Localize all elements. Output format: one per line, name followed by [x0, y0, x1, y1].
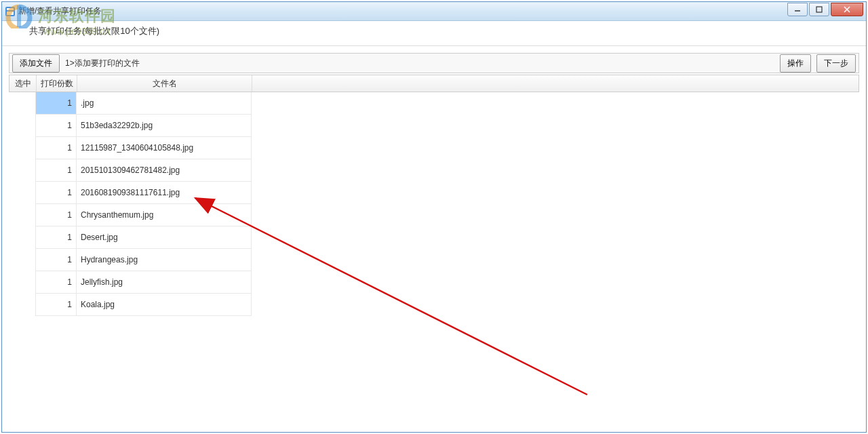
table-row[interactable]: 112115987_1340604105848.jpg	[9, 137, 859, 159]
toolbar: 添加文件 1>添加要打印的文件 操作 下一步	[9, 53, 859, 73]
toolbar-hint: 1>添加要打印的文件	[65, 58, 140, 69]
cell-filename[interactable]: 2016081909381117611.jpg	[77, 182, 252, 204]
next-button[interactable]: 下一步	[816, 54, 856, 73]
cell-copies[interactable]: 1	[36, 92, 77, 115]
cell-selected[interactable]	[9, 204, 36, 226]
cell-copies[interactable]: 1	[36, 137, 77, 159]
table-row[interactable]: 1Chrysanthemum.jpg	[9, 204, 859, 226]
app-window: 新增/查看共享打印任务 共享打印任务(每批次限10个文件) 添加文件 1>添加要…	[1, 1, 867, 433]
content-area: 添加文件 1>添加要打印的文件 操作 下一步 选中 打印份数 文件名 1.jpg…	[2, 46, 866, 432]
table-body: 1.jpg151b3eda32292b.jpg112115987_1340604…	[9, 92, 859, 425]
table-row[interactable]: 1Hydrangeas.jpg	[9, 249, 859, 271]
cell-copies[interactable]: 1	[36, 249, 77, 271]
window-controls	[786, 3, 863, 16]
table-row[interactable]: 151b3eda32292b.jpg	[9, 115, 859, 137]
app-icon	[5, 6, 16, 17]
cell-filename[interactable]: .jpg	[77, 92, 252, 115]
table-row[interactable]: 1.jpg	[9, 92, 859, 115]
cell-copies[interactable]: 1	[36, 204, 77, 226]
table-row[interactable]: 12016081909381117611.jpg	[9, 182, 859, 204]
cell-selected[interactable]	[9, 115, 36, 137]
svg-rect-1	[7, 8, 14, 10]
window-title: 新增/查看共享打印任务	[18, 5, 786, 17]
cell-selected[interactable]	[9, 226, 36, 249]
cell-selected[interactable]	[9, 137, 36, 159]
cell-copies[interactable]: 1	[36, 294, 77, 316]
cell-filename[interactable]: Chrysanthemum.jpg	[77, 204, 252, 226]
cell-selected[interactable]	[9, 92, 36, 115]
cell-selected[interactable]	[9, 271, 36, 294]
cell-copies[interactable]: 1	[36, 159, 77, 182]
cell-copies[interactable]: 1	[36, 182, 77, 204]
cell-selected[interactable]	[9, 249, 36, 271]
cell-copies[interactable]: 1	[36, 226, 77, 249]
cell-filename[interactable]: 2015101309462781482.jpg	[77, 159, 252, 182]
cell-copies[interactable]: 1	[36, 271, 77, 294]
cell-copies[interactable]: 1	[36, 115, 77, 137]
svg-rect-4	[816, 7, 822, 12]
col-selected[interactable]: 选中	[9, 75, 37, 92]
cell-selected[interactable]	[9, 294, 36, 316]
cell-filename[interactable]: Hydrangeas.jpg	[77, 249, 252, 271]
cell-filename[interactable]: 12115987_1340604105848.jpg	[77, 137, 252, 159]
table-row[interactable]: 1Desert.jpg	[9, 226, 859, 249]
cell-filename[interactable]: Koala.jpg	[77, 294, 252, 316]
table-row[interactable]: 12015101309462781482.jpg	[9, 159, 859, 182]
cell-selected[interactable]	[9, 159, 36, 182]
cell-selected[interactable]	[9, 182, 36, 204]
svg-rect-2	[7, 12, 14, 15]
table-header: 选中 打印份数 文件名	[9, 75, 859, 92]
close-button[interactable]	[831, 3, 863, 16]
table-row[interactable]: 1Koala.jpg	[9, 294, 859, 316]
col-filename[interactable]: 文件名	[77, 75, 252, 92]
table-row[interactable]: 1Jellyfish.jpg	[9, 271, 859, 294]
col-rest	[252, 75, 859, 92]
maximize-button[interactable]	[809, 3, 829, 16]
titlebar: 新增/查看共享打印任务	[2, 2, 866, 21]
cell-filename[interactable]: Jellyfish.jpg	[77, 271, 252, 294]
subtitle: 共享打印任务(每批次限10个文件)	[2, 21, 866, 46]
cell-filename[interactable]: Desert.jpg	[77, 226, 252, 249]
add-file-button[interactable]: 添加文件	[12, 54, 60, 73]
cell-filename[interactable]: 51b3eda32292b.jpg	[77, 115, 252, 137]
minimize-button[interactable]	[787, 3, 808, 16]
col-copies[interactable]: 打印份数	[37, 75, 77, 92]
action-button[interactable]: 操作	[780, 54, 811, 73]
